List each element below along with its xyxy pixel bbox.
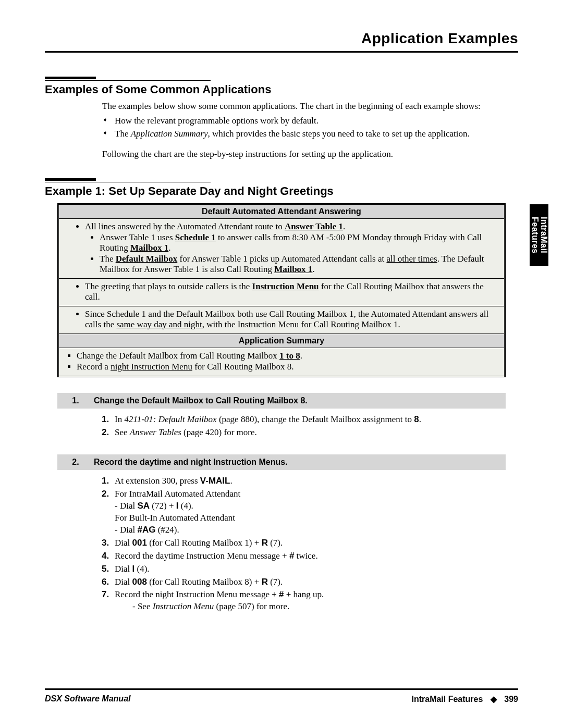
txt: (72) + — [150, 501, 176, 511]
step1-number: 1. — [57, 393, 94, 409]
link-answer-table-1: Answer Table 1 — [285, 221, 343, 231]
txt: For Built-In Automated Attendant — [115, 513, 235, 523]
ref-instruction-menu: Instruction Menu — [153, 601, 216, 611]
ref-4211-01: 4211-01: Default Mailbox — [124, 414, 218, 424]
section2-title: Example 1: Set Up Separate Day and Night… — [45, 184, 518, 198]
txt: . — [312, 264, 314, 274]
example1-table-wrap: Default Automated Attendant Answering Al… — [57, 203, 506, 377]
step2-item7-sub: - See Instruction Menu (page 507) for mo… — [132, 601, 518, 613]
section1-bullet-1: How the relevant programmable options wo… — [102, 115, 518, 128]
txt: - See — [132, 601, 153, 611]
txt: The — [115, 129, 131, 139]
step1-list: In 4211-01: Default Mailbox (page 880), … — [112, 414, 518, 439]
step2-item5: Dial I (4). — [112, 563, 518, 575]
txt: (page 880), change the Default Mailbox a… — [219, 414, 414, 424]
txt: Dial — [115, 538, 132, 548]
step2-header-row: 2. Record the daytime and night Instruct… — [57, 454, 506, 470]
example1-table: Default Automated Attendant Answering Al… — [57, 203, 506, 377]
txt: , with the Instruction Menu for Call Rou… — [202, 319, 400, 329]
section1-title: Examples of Some Common Applications — [45, 83, 518, 96]
txt: Dial — [115, 564, 132, 574]
table1-row3: Since Schedule 1 and the Default Mailbox… — [58, 306, 505, 334]
txt: twice. — [294, 551, 317, 561]
link-default-mailbox: Default Mailbox — [116, 254, 178, 264]
side-tab-line1: IntraMail — [540, 217, 548, 253]
t1r1-sub1: Answer Table 1 uses Schedule 1 to answer… — [100, 232, 497, 253]
section1-bullet-list: How the relevant programmable options wo… — [102, 115, 518, 140]
footer-manual-name: DSX Software Manual — [45, 694, 130, 704]
page-footer: DSX Software Manual IntraMail Features ◆… — [45, 688, 518, 704]
section1-intro: The examples below show some common appl… — [102, 101, 518, 113]
section1-heading-block: Examples of Some Common Applications — [45, 77, 518, 96]
heading-underline — [45, 182, 211, 182]
step2-item1: At extension 300, press V-MAIL. — [112, 475, 518, 487]
txt: - Dial — [115, 525, 137, 535]
key-vmail: V-MAIL — [200, 476, 230, 486]
diamond-icon: ◆ — [491, 695, 497, 704]
txt: (7). — [268, 538, 283, 548]
step2-item6: Dial 008 (for Call Routing Mailbox 8) + … — [112, 576, 518, 588]
link-instruction-menu: Instruction Menu — [252, 281, 319, 291]
table1-header: Default Automated Attendant Answering — [58, 204, 505, 219]
summary-item-1: Change the Default Mailbox from Call Rou… — [77, 351, 497, 361]
txt: Record a — [77, 362, 111, 372]
txt: For IntraMail Automated Attendant — [115, 489, 240, 499]
footer-section-label: IntraMail Features — [411, 695, 483, 704]
step2-item3: Dial 001 (for Call Routing Mailbox 1) + … — [112, 537, 518, 549]
txt: At extension 300, press — [115, 476, 200, 486]
section1-bullet-2: The Application Summary, which provides … — [102, 128, 518, 141]
header-rule — [45, 51, 518, 53]
page-header-title: Application Examples — [45, 30, 518, 47]
step2-title: Record the daytime and night Instruction… — [94, 454, 506, 470]
txt: . — [343, 221, 345, 231]
key-r: R — [262, 538, 268, 548]
link-mailbox-1: Mailbox 1 — [130, 243, 168, 253]
t1r3-main: Since Schedule 1 and the Default Mailbox… — [85, 309, 497, 330]
txt: Dial — [115, 577, 132, 587]
step1-item1: In 4211-01: Default Mailbox (page 880), … — [112, 414, 518, 426]
t1r2-main: The greeting that plays to outside calle… — [85, 281, 497, 302]
txt: The — [100, 254, 116, 264]
heading-accent-bar — [45, 77, 96, 79]
step1-title: Change the Default Mailbox to Call Routi… — [94, 393, 506, 409]
ref-answer-tables: Answer Tables — [130, 427, 183, 437]
txt: . — [168, 243, 170, 253]
summary-item-2: Record a night Instruction Menu for Call… — [77, 362, 497, 372]
step2-item7: Record the night Instruction Menu messag… — [112, 589, 518, 613]
txt: , which provides the basic steps you nee… — [207, 129, 469, 139]
txt: (4). — [134, 564, 149, 574]
txt: (page 507) for more. — [216, 601, 290, 611]
txt: Record the daytime Instruction Menu mess… — [115, 551, 289, 561]
page: Application Examples Examples of Some Co… — [0, 0, 563, 728]
heading-accent-bar — [45, 178, 96, 181]
key-sa: SA — [137, 501, 150, 511]
step1-header-row: 1. Change the Default Mailbox to Call Ro… — [57, 393, 506, 409]
txt: (for Call Routing Mailbox 8) + — [147, 577, 262, 587]
txt: (for Call Routing Mailbox 1) + — [147, 538, 262, 548]
footer-right: IntraMail Features ◆ 399 — [411, 694, 518, 704]
step2-item2: For IntraMail Automated Attendant - Dial… — [112, 488, 518, 536]
table1-summary: Change the Default Mailbox from Call Rou… — [58, 348, 505, 377]
footer-rule — [45, 688, 518, 690]
key-hash: # — [289, 551, 294, 561]
txt: for Call Routing Mailbox 8. — [192, 362, 294, 372]
step1-item2: See Answer Tables (page 420) for more. — [112, 427, 518, 439]
table1-header2: Application Summary — [58, 334, 505, 348]
step2-number: 2. — [57, 454, 94, 470]
section2-heading-block: Example 1: Set Up Separate Day and Night… — [45, 178, 518, 198]
step2-list: At extension 300, press V-MAIL. For Intr… — [112, 475, 518, 613]
txt: for Answer Table 1 picks up Automated At… — [177, 254, 386, 264]
txt: . — [230, 476, 232, 486]
txt: - Dial — [115, 501, 137, 511]
txt: (7). — [268, 577, 283, 587]
table1-row2: The greeting that plays to outside calle… — [58, 279, 505, 306]
step2-item4: Record the daytime Instruction Menu mess… — [112, 550, 518, 562]
txt: The greeting that plays to outside calle… — [85, 281, 252, 291]
side-tab-line2: Features — [531, 217, 540, 254]
key-008: 008 — [132, 577, 147, 587]
txt: See — [115, 427, 130, 437]
txt: All lines answered by the Automated Atte… — [85, 221, 285, 231]
link-schedule-1: Schedule 1 — [175, 232, 216, 242]
t1r1-sub2: The Default Mailbox for Answer Table 1 p… — [100, 254, 497, 275]
key-001: 001 — [132, 538, 147, 548]
